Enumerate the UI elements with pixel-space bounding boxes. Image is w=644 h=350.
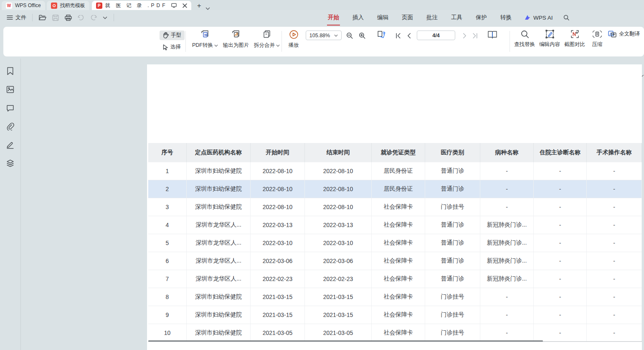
zoom-out-button[interactable] (344, 31, 355, 41)
chevron-down-icon (334, 34, 338, 37)
file-menu-button[interactable]: 文件 (4, 14, 29, 21)
zoom-in-button[interactable] (357, 31, 368, 41)
screen-share-icon[interactable] (171, 3, 177, 8)
select-tool-button[interactable]: 选择 (160, 42, 185, 52)
next-page-button[interactable] (459, 31, 470, 41)
table-row[interactable]: 5深圳市龙华区人...2022-03-102022-03-10社会保障卡普通门诊… (148, 234, 642, 252)
signature-panel-button[interactable] (5, 140, 15, 150)
table-cell: 深圳市龙华区人... (187, 252, 251, 270)
header-cell: 开始时间 (251, 143, 305, 162)
comments-panel-button[interactable] (5, 103, 15, 113)
zoom-value: 105.88% (309, 33, 330, 38)
book-icon (487, 30, 497, 39)
split-merge-button[interactable]: 拆分合并 (251, 30, 282, 49)
menu-annotate[interactable]: 批注 (420, 11, 444, 24)
compress-button[interactable]: 压缩 (587, 30, 607, 48)
split-merge-label: 拆分合并 (254, 42, 275, 49)
new-tab-button[interactable]: + (197, 2, 201, 10)
divider (281, 31, 282, 52)
search-icon[interactable] (563, 14, 570, 21)
table-row[interactable]: 3深圳市妇幼保健院2022-08-102022-08-10社会保障卡门诊挂号--… (148, 198, 642, 216)
tab-list-chevron-icon[interactable] (205, 7, 210, 10)
zoom-level-select[interactable]: 105.88% (306, 31, 342, 40)
hand-tool-button[interactable]: 手型 (160, 31, 185, 40)
read-mode-button[interactable] (486, 30, 499, 40)
table-row[interactable]: 7深圳市龙华区人...2022-02-232022-02-23社会保障卡普通门诊… (148, 270, 642, 288)
table-cell: 2022-03-06 (305, 252, 372, 270)
table-row[interactable]: 9深圳市妇幼保健院2021-03-152021-03-15社会保障卡门诊挂号--… (148, 306, 642, 324)
menu-protect[interactable]: 保护 (469, 11, 494, 24)
menu-insert[interactable]: 插入 (346, 11, 370, 24)
prev-page-button[interactable] (403, 31, 414, 41)
open-file-button[interactable] (36, 15, 49, 21)
close-tab-icon[interactable] (183, 3, 187, 8)
menu-edit[interactable]: 编辑 (370, 11, 395, 24)
table-cell: 社会保障卡 (372, 198, 425, 216)
pdf-convert-button[interactable]: W PDF转换 (190, 30, 221, 49)
tab-medical-record-pdf[interactable]: P 就 医 记 录 .PDF (92, 1, 191, 10)
signature-pen-icon (6, 141, 14, 149)
table-row[interactable]: 8深圳市妇幼保健院2021-03-152021-03-15社会保障卡门诊挂号--… (148, 288, 642, 306)
menu-tools[interactable]: 工具 (444, 11, 469, 24)
quick-toolbar-chevron-icon[interactable] (100, 16, 110, 19)
layers-panel-button[interactable] (5, 158, 15, 168)
wps-ai-label: WPS AI (533, 15, 553, 21)
table-row[interactable]: 1深圳市妇幼保健院2022-08-102022-08-10居民身份证普通门诊--… (148, 162, 642, 180)
screenshot-compare-button[interactable]: 截图对比 (562, 30, 587, 48)
table-cell: 2022-08-10 (305, 198, 372, 216)
play-button[interactable]: 播放 (284, 30, 303, 49)
find-replace-button[interactable]: 查找替换 (512, 30, 537, 48)
divider (114, 14, 114, 21)
save-button[interactable] (49, 15, 62, 21)
table-row[interactable]: 10深圳市妇幼保健院2021-03-052021-03-05社会保障卡门诊挂号-… (148, 324, 642, 342)
table-cell: 深圳市妇幼保健院 (187, 288, 251, 306)
menu-page[interactable]: 页面 (395, 11, 420, 24)
full-translate-button[interactable]: A 全文翻译 (608, 31, 640, 38)
first-page-button[interactable] (393, 31, 403, 41)
table-cell: - (534, 324, 587, 342)
pdf-to-word-icon: W (200, 30, 210, 39)
hand-icon (163, 32, 169, 38)
wps-ai-button[interactable]: WPS AI (518, 15, 559, 21)
table-cell: 深圳市妇幼保健院 (187, 162, 251, 180)
tab-docer-templates[interactable]: 找稻壳模板 (47, 1, 89, 10)
menu-items: 开始 插入 编辑 页面 批注 工具 保护 转换 WPS AI (321, 11, 570, 24)
print-button[interactable] (62, 15, 75, 21)
table-row[interactable]: 2深圳市妇幼保健院2022-08-102022-08-10居民身份证普通门诊--… (148, 180, 642, 198)
redo-button[interactable] (87, 15, 100, 20)
table-cell: 6 (148, 252, 187, 270)
table-cell: 2021-03-15 (251, 306, 305, 324)
rotate-doc-button[interactable] (374, 30, 388, 40)
horizontal-scrollbar[interactable] (148, 340, 543, 342)
table-cell: 社会保障卡 (372, 216, 425, 234)
export-image-button[interactable]: 输出为图片 (221, 30, 251, 49)
edit-content-button[interactable]: 编辑内容 (537, 30, 562, 48)
header-cell: 手术操作名称 (587, 143, 642, 162)
attachments-panel-button[interactable] (5, 121, 15, 131)
last-page-button[interactable] (469, 31, 480, 41)
thumbnails-panel-button[interactable] (5, 84, 15, 95)
table-cell: 2021-03-15 (305, 306, 372, 324)
cursor-icon (163, 44, 168, 50)
pdf-convert-label: PDF转换 (192, 42, 213, 49)
table-cell: - (534, 288, 587, 306)
menu-convert[interactable]: 转换 (494, 11, 518, 24)
wps-pdf-viewer-window: { "tabbar": { "tabs": [ { "label": "WPS … (0, 0, 644, 350)
thumbnail-image-icon (6, 86, 14, 93)
undo-button[interactable] (75, 15, 87, 20)
table-cell: 8 (148, 288, 187, 306)
pdf-page[interactable]: 序号定点医药机构名称开始时间结束时间就诊凭证类型医疗类别病种名称住院主诊断名称手… (147, 64, 642, 350)
table-row[interactable]: 6深圳市龙华区人...2022-03-062022-03-06社会保障卡普通门诊… (148, 252, 642, 270)
table-row[interactable]: 4深圳市龙华区人...2022-03-132022-03-13社会保障卡普通门诊… (148, 216, 642, 234)
table-cell: 2022-08-10 (251, 180, 305, 198)
bookmarks-panel-button[interactable] (5, 66, 15, 76)
table-cell: 普通门诊 (425, 162, 480, 180)
table-cell: 2022-08-10 (251, 198, 305, 216)
page-number-input[interactable]: 4/4 (417, 31, 455, 40)
prev-page-icon (407, 33, 411, 38)
find-replace-label: 查找替换 (514, 41, 535, 48)
menu-home[interactable]: 开始 (321, 11, 346, 24)
table-cell: - (587, 162, 642, 180)
table-cell: 普通门诊 (425, 234, 480, 252)
tab-wps-office[interactable]: W WPS Office (2, 1, 45, 10)
